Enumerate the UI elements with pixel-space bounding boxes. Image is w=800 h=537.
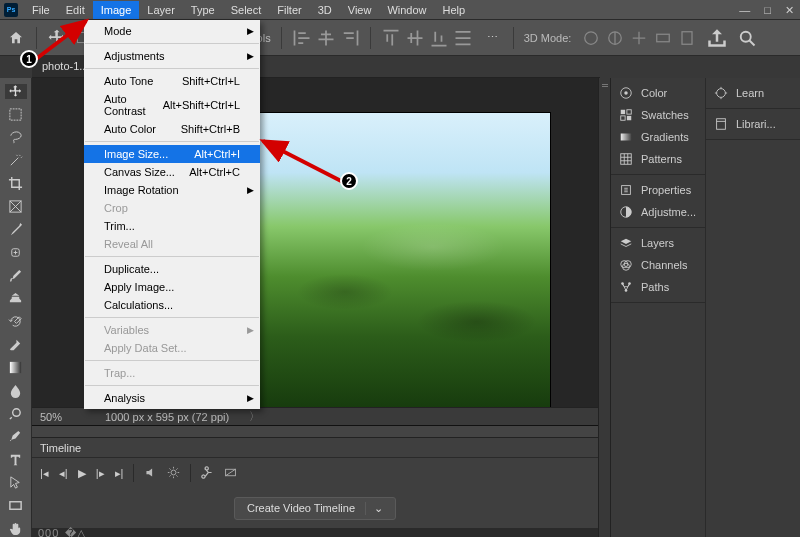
panel-layers[interactable]: Layers (611, 232, 705, 254)
menu-item-calculations[interactable]: Calculations... (84, 296, 260, 314)
svg-rect-10 (10, 502, 21, 510)
chevron-down-icon[interactable]: ⌄ (365, 502, 383, 515)
pen-tool[interactable] (5, 429, 27, 444)
slide-icon[interactable] (653, 28, 673, 48)
next-frame-icon[interactable]: |▸ (96, 467, 105, 480)
eyedropper-tool[interactable] (5, 222, 27, 237)
brush-tool[interactable] (5, 268, 27, 283)
frame-tool[interactable] (5, 199, 27, 214)
go-start-icon[interactable]: |◂ (40, 467, 49, 480)
align-top-icon[interactable] (381, 28, 401, 48)
split-icon[interactable] (201, 466, 214, 481)
panel-swatches[interactable]: Swatches (611, 104, 705, 126)
menu-edit[interactable]: Edit (58, 1, 93, 19)
panel-patterns[interactable]: Patterns (611, 148, 705, 170)
menu-item-image-size[interactable]: Image Size...Alt+Ctrl+I (84, 145, 260, 163)
lasso-tool[interactable] (5, 130, 27, 145)
panel-paths[interactable]: Paths (611, 276, 705, 298)
menu-type[interactable]: Type (183, 1, 223, 19)
gradient-tool[interactable] (5, 360, 27, 375)
horizontal-scrollbar[interactable] (32, 425, 598, 437)
menu-help[interactable]: Help (435, 1, 474, 19)
hand-tool[interactable] (5, 521, 27, 536)
close-icon[interactable]: ✕ (785, 4, 794, 17)
play-icon[interactable]: ▶ (78, 467, 86, 480)
menu-file[interactable]: File (24, 1, 58, 19)
distribute-icon[interactable] (453, 28, 473, 48)
menu-item-auto-tone[interactable]: Auto ToneShift+Ctrl+L (84, 72, 260, 90)
menu-item-trim[interactable]: Trim... (84, 217, 260, 235)
menu-layer[interactable]: Layer (139, 1, 183, 19)
panel-libraries[interactable]: Librari... (706, 113, 800, 135)
menu-window[interactable]: Window (379, 1, 434, 19)
panel-learn[interactable]: Learn (706, 82, 800, 104)
zoom-3d-icon[interactable] (677, 28, 697, 48)
panel-color[interactable]: Color (611, 82, 705, 104)
align-center-h-icon[interactable] (316, 28, 336, 48)
panel-gradients[interactable]: Gradients (611, 126, 705, 148)
menu-item-adjustments[interactable]: Adjustments▶ (84, 47, 260, 65)
align-right-icon[interactable] (340, 28, 360, 48)
menu-item-canvas-size[interactable]: Canvas Size...Alt+Ctrl+C (84, 163, 260, 181)
mute-icon[interactable] (144, 466, 157, 481)
menu-image[interactable]: Image (93, 1, 140, 19)
menu-item-auto-contrast[interactable]: Auto ContrastAlt+Shift+Ctrl+L (84, 90, 260, 120)
svg-point-0 (585, 31, 598, 44)
menu-item-analysis[interactable]: Analysis▶ (84, 389, 260, 407)
more-options-icon[interactable]: ⋯ (483, 28, 503, 48)
menu-filter[interactable]: Filter (269, 1, 309, 19)
crop-tool[interactable] (5, 176, 27, 191)
zoom-level[interactable]: 50% (40, 411, 85, 423)
align-left-icon[interactable] (292, 28, 312, 48)
panel-channels[interactable]: Channels (611, 254, 705, 276)
roll-icon[interactable] (605, 28, 625, 48)
minimize-icon[interactable]: — (739, 4, 750, 16)
maximize-icon[interactable]: □ (764, 4, 771, 16)
orbit-icon[interactable] (581, 28, 601, 48)
svg-rect-3 (682, 31, 692, 44)
move-tool[interactable] (5, 84, 27, 99)
align-bottom-icon[interactable] (429, 28, 449, 48)
home-icon[interactable] (6, 28, 26, 48)
menu-item-image-rotation[interactable]: Image Rotation▶ (84, 181, 260, 199)
timeline-footer: 000�△ (32, 528, 598, 537)
menu-select[interactable]: Select (223, 1, 270, 19)
menu-item-duplicate[interactable]: Duplicate... (84, 260, 260, 278)
blur-tool[interactable] (5, 383, 27, 398)
menu-item-mode[interactable]: Mode▶ (84, 22, 260, 40)
magic-wand-tool[interactable] (5, 153, 27, 168)
search-icon[interactable] (737, 28, 757, 48)
type-tool[interactable] (5, 452, 27, 467)
align-center-v-icon[interactable] (405, 28, 425, 48)
3d-mode-label: 3D Mode: (524, 32, 572, 44)
menu-3d[interactable]: 3D (310, 1, 340, 19)
share-icon[interactable] (707, 28, 727, 48)
align-group (292, 28, 360, 48)
pan-icon[interactable] (629, 28, 649, 48)
rectangle-tool[interactable] (5, 498, 27, 513)
eraser-tool[interactable] (5, 337, 27, 352)
clone-stamp-tool[interactable] (5, 291, 27, 306)
path-select-tool[interactable] (5, 475, 27, 490)
transition-icon[interactable] (224, 466, 237, 481)
dodge-tool[interactable] (5, 406, 27, 421)
menu-item-auto-color[interactable]: Auto ColorShift+Ctrl+B (84, 120, 260, 138)
svg-rect-31 (717, 119, 726, 130)
marquee-tool[interactable] (5, 107, 27, 122)
status-caret-icon[interactable]: 〉 (249, 409, 260, 424)
prev-frame-icon[interactable]: ◂| (59, 467, 68, 480)
patterns-icon (619, 152, 633, 166)
status-bar: 50% 1000 px x 595 px (72 ppi) 〉 (32, 407, 598, 425)
history-brush-tool[interactable] (5, 314, 27, 329)
panel-collapse-strip[interactable] (598, 78, 610, 537)
go-end-icon[interactable]: ▸| (115, 467, 124, 480)
menu-item-apply-image[interactable]: Apply Image... (84, 278, 260, 296)
menu-view[interactable]: View (340, 1, 380, 19)
move-tool-icon[interactable] (47, 28, 67, 48)
create-video-timeline-button[interactable]: Create Video Timeline ⌄ (234, 497, 396, 520)
panel-properties[interactable]: Properties (611, 179, 705, 201)
panel-adjustments[interactable]: Adjustme... (611, 201, 705, 223)
healing-brush-tool[interactable] (5, 245, 27, 260)
document-image[interactable] (256, 112, 551, 407)
settings-icon[interactable] (167, 466, 180, 481)
